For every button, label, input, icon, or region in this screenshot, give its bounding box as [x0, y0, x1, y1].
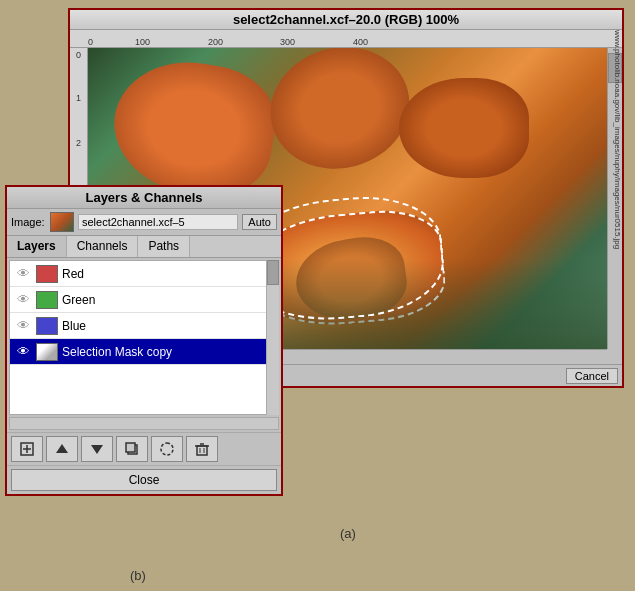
svg-rect-7 [161, 443, 173, 455]
delete-icon [194, 441, 210, 457]
duplicate-icon [124, 441, 140, 457]
channel-thumb-blue [36, 317, 58, 335]
eye-icon-green[interactable]: 👁 [14, 292, 32, 308]
main-title: select2channel.xcf–20.0 (RGB) 100% [233, 12, 459, 27]
to-selection-button[interactable] [151, 436, 183, 462]
close-button[interactable]: Close [11, 469, 277, 491]
close-row: Close [7, 465, 281, 494]
channel-row-selection-mask[interactable]: 👁 Selection Mask copy [10, 339, 278, 365]
panel-title-bar: Layers & Channels [7, 187, 281, 209]
channel-row-red[interactable]: 👁 Red [10, 261, 278, 287]
channel-name-blue: Blue [62, 319, 274, 333]
channel-row-green[interactable]: 👁 Green [10, 287, 278, 313]
toolbar-row [7, 432, 281, 465]
side-url-label: www.photolib.noaa.gov/lib_images/nuphy/i… [608, 30, 622, 249]
label-b: (b) [130, 568, 146, 583]
fish-background-2 [256, 48, 422, 184]
up-arrow-icon [54, 441, 70, 457]
channels-list: 👁 Red 👁 Green 👁 Blue 👁 Selection Mask co… [9, 260, 279, 415]
main-title-bar: select2channel.xcf–20.0 (RGB) 100% [70, 10, 622, 30]
tabs-row: Layers Channels Paths [7, 236, 281, 258]
fish-background-3 [399, 78, 529, 178]
layers-channels-panel: Layers & Channels Image: select2channel.… [5, 185, 283, 496]
channel-row-blue[interactable]: 👁 Blue [10, 313, 278, 339]
label-a: (a) [340, 526, 356, 541]
channel-name-selection: Selection Mask copy [62, 345, 274, 359]
image-row: Image: select2channel.xcf–5 Auto [7, 209, 281, 236]
move-down-button[interactable] [81, 436, 113, 462]
channels-scrollbar-thumb [267, 260, 279, 285]
channels-scrollbar[interactable] [266, 260, 279, 415]
channel-name-red: Red [62, 267, 274, 281]
fish-background-1 [104, 50, 284, 206]
ruler-top: 0 100 200 300 400 [70, 30, 622, 48]
tab-channels[interactable]: Channels [67, 236, 139, 257]
image-label: Image: [11, 216, 46, 228]
duplicate-button[interactable] [116, 436, 148, 462]
cancel-button[interactable]: Cancel [566, 368, 618, 384]
eye-icon-selection[interactable]: 👁 [14, 344, 32, 360]
image-name: select2channel.xcf–5 [78, 214, 238, 230]
delete-button[interactable] [186, 436, 218, 462]
eye-icon-red[interactable]: 👁 [14, 266, 32, 282]
svg-rect-8 [197, 446, 207, 455]
eye-icon-blue[interactable]: 👁 [14, 318, 32, 334]
image-thumbnail [50, 212, 74, 232]
move-up-button[interactable] [46, 436, 78, 462]
new-channel-icon [19, 441, 35, 457]
panel-title: Layers & Channels [85, 190, 202, 205]
svg-marker-4 [91, 445, 103, 454]
horizontal-scrollbar[interactable] [9, 417, 279, 430]
selection-icon [159, 441, 175, 457]
tab-paths[interactable]: Paths [138, 236, 190, 257]
tab-layers[interactable]: Layers [7, 236, 67, 257]
channels-list-container: 👁 Red 👁 Green 👁 Blue 👁 Selection Mask co… [9, 260, 279, 415]
auto-button[interactable]: Auto [242, 214, 277, 230]
svg-rect-6 [126, 443, 135, 452]
channel-thumb-green [36, 291, 58, 309]
channel-thumb-selection [36, 343, 58, 361]
down-arrow-icon [89, 441, 105, 457]
channel-name-green: Green [62, 293, 274, 307]
channel-thumb-red [36, 265, 58, 283]
new-channel-button[interactable] [11, 436, 43, 462]
svg-marker-3 [56, 444, 68, 453]
